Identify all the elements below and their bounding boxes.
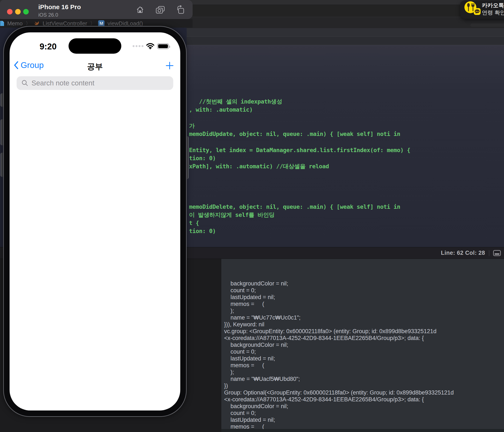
console-line: count = 0; [224,348,454,355]
status-separator [489,250,489,256]
code-line: 가 [189,122,410,130]
xcode-editor[interactable]: //첫번째 셀의 indexpath생성, with: .automatic)가… [187,45,504,247]
add-note-button[interactable] [165,61,174,70]
desktop: //첫번째 셀의 indexpath생성, with: .automatic)가… [0,0,504,432]
console-line: name = "₩Uc77c₩Uc0c1"; [224,314,454,321]
page-title: 공부 [9,61,180,72]
console-output: backgroundColor = nil; count = 0; lastUp… [224,260,454,432]
code-line: , with: .automatic) [189,106,410,114]
console-line: Group: Optional(<GroupEntity: 0x60000211… [224,389,454,396]
notification-body: 연령 확인 [482,9,504,16]
notification-stack-card [470,23,504,27]
plus-icon [166,62,174,70]
breadcrumb-project[interactable]: Memo [7,20,23,27]
code-line: memoDidDelete, object: nil, queue: .main… [189,203,410,211]
console-line: lastUpdated = nil; [224,416,454,423]
console-line: backgroundColor = nil; [224,403,454,410]
code-line: Entity, let index = DataManager.shared.l… [189,146,410,154]
simulator-device-title: iPhone 16 Pro [38,3,81,11]
console-input-strip [221,429,504,432]
kakaotalk-badge-icon: TALK [474,8,481,15]
status-time: 9:20 [30,42,66,51]
dynamic-island [69,38,121,54]
console-line: lastUpdated = nil; [224,355,454,362]
code-line: 이 발생하지않게 self를 바인딩 [189,211,410,219]
console-line: vc.group: <GroupEntity: 0x600002118fa0> … [224,328,454,335]
console-line: lastUpdated = nil; [224,294,454,301]
console-line: }) [224,382,454,389]
code-line [189,114,410,122]
swift-icon [34,20,40,26]
code-line [189,170,410,178]
console-line: memos = ( [224,301,454,307]
navigation-bar: Group 공부 [9,60,180,71]
cellular-signal-icon [133,45,144,47]
zoom-button[interactable] [23,9,29,14]
method-badge: M [98,20,105,27]
simulator-titlebar[interactable]: iPhone 16 Pro iOS 26.0 [0,0,193,19]
iphone-frame: 9:20 Group [3,26,187,417]
hide-debug-area-icon[interactable] [493,250,501,256]
console-line: })), Keyword: nil [224,321,454,328]
code-line: t { [189,219,410,227]
notification-app-name: 카카오톡 [482,2,504,9]
console-line: memos = ( [224,362,454,369]
iphone-screen: 9:20 Group [9,32,180,411]
console-line: ); [224,307,454,314]
search-icon [21,79,28,87]
line-col-indicator: Line: 62 Col: 28 [441,250,485,256]
close-button[interactable] [7,9,13,14]
wifi-icon [146,43,154,49]
search-placeholder: Search note content [32,79,94,87]
console-line: <x-coredata://A877013A-4252-42D9-8344-1E… [224,396,454,403]
code-line: tion: 0) [189,154,410,162]
console-line: name = "₩Uacf5₩Ubd80"; [224,376,454,382]
search-input[interactable]: Search note content [17,76,173,90]
code-line: tion: 0) [189,227,410,235]
breadcrumb-symbol[interactable]: viewDidLoad() [108,20,143,27]
console-pane[interactable]: backgroundColor = nil; count = 0; lastUp… [221,259,504,432]
code-line [189,138,410,146]
code-line [189,187,410,195]
file-icon [0,21,4,26]
code-line [189,195,410,203]
simulator-os-version: iOS 26.0 [38,12,58,18]
code-line [189,178,410,187]
kakaotalk-notification[interactable]: TALK 카카오톡 연령 확인 [460,0,504,19]
console-line: backgroundColor = nil; [224,280,454,287]
battery-icon [157,43,169,49]
swift-code: //첫번째 셀의 indexpath생성, with: .automatic)가… [189,73,410,235]
notification-stack-card [465,19,504,23]
code-line: memoDidUpdate, object: nil, queue: .main… [189,130,410,138]
svg-text:TALK: TALK [475,11,479,12]
minimize-button[interactable] [15,9,21,14]
code-line: //첫번째 셀의 indexpath생성 [189,98,410,106]
code-line: xPath], with: .automatic) //대상셀을 reload [189,162,410,170]
rotate-icon[interactable] [176,5,185,14]
console-line: ); [224,369,454,376]
console-line: <x-coredata://A877013A-4252-42D9-8344-1E… [224,335,454,341]
console-line: backgroundColor = nil; [224,341,454,348]
screenshot-icon[interactable] [156,5,165,14]
home-icon[interactable] [135,5,145,14]
console-line: count = 0; [224,410,454,416]
status-icons [133,43,169,49]
console-line: count = 0; [224,287,454,294]
breadcrumb-file[interactable]: ListViewController [43,20,87,27]
